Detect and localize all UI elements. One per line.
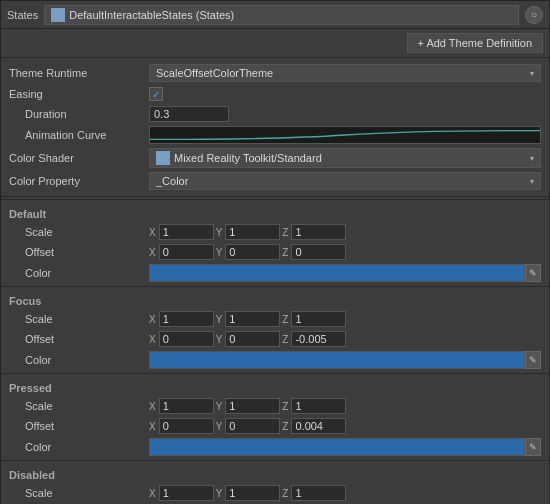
- color-shader-arrow: ▾: [530, 154, 534, 163]
- color-property-dropdown[interactable]: _Color ▾: [149, 172, 541, 190]
- color-swatch-2[interactable]: [149, 438, 525, 456]
- color-property-label: Color Property: [9, 175, 149, 187]
- color-shader-text: Mixed Reality Toolkit/Standard: [174, 152, 322, 164]
- theme-runtime-row: Theme Runtime ScaleOffsetColorTheme ▾: [1, 62, 549, 84]
- color-shader-inner: Mixed Reality Toolkit/Standard: [156, 151, 322, 165]
- offset-z-input-2[interactable]: [291, 418, 346, 434]
- header: States DefaultInteractableStates (States…: [1, 1, 549, 29]
- color-shader-row: Color Shader Mixed Reality Toolkit/Stand…: [1, 146, 549, 170]
- easing-checkbox[interactable]: [149, 87, 163, 101]
- theme-runtime-dropdown[interactable]: ScaleOffsetColorTheme ▾: [149, 64, 541, 82]
- header-circle-button[interactable]: ○: [525, 6, 543, 24]
- state-section-focus: Focus Scale X Y Z Offset X Y Z: [1, 289, 549, 371]
- easing-row: Easing: [1, 84, 549, 104]
- color-picker-btn-0[interactable]: ✎: [525, 264, 541, 282]
- add-theme-button[interactable]: + Add Theme Definition: [407, 33, 543, 53]
- state-section-default: Default Scale X Y Z Offset X Y Z: [1, 202, 549, 284]
- animation-curve-label: Animation Curve: [9, 129, 149, 141]
- properties-section: Theme Runtime ScaleOffsetColorTheme ▾ Ea…: [1, 58, 549, 197]
- theme-runtime-label: Theme Runtime: [9, 67, 149, 79]
- scale-z-input-2[interactable]: [291, 398, 346, 414]
- state-focus-offset-row: Offset X Y Z: [1, 329, 549, 349]
- offset-y-input-2[interactable]: [225, 418, 280, 434]
- color-label-0: Color: [9, 267, 149, 279]
- color-shader-dropdown[interactable]: Mixed Reality Toolkit/Standard ▾: [149, 148, 541, 168]
- offset-x-input-0[interactable]: [159, 244, 214, 260]
- easing-label: Easing: [9, 88, 149, 100]
- xyz-offset-0: X Y Z: [149, 244, 541, 260]
- theme-runtime-value[interactable]: ScaleOffsetColorTheme ▾: [149, 64, 541, 82]
- animation-curve-display[interactable]: [149, 126, 541, 144]
- scale-y-input-1[interactable]: [225, 311, 280, 327]
- state-pressed-scale-row: Scale X Y Z: [1, 396, 549, 416]
- file-icon: [51, 8, 65, 22]
- scale-x-label-3: X: [149, 488, 156, 499]
- offset-y-label-1: Y: [216, 334, 223, 345]
- color-picker-btn-1[interactable]: ✎: [525, 351, 541, 369]
- scale-z-input-3[interactable]: [291, 485, 346, 501]
- state-header-default: Default: [1, 202, 549, 222]
- scale-x-input-1[interactable]: [159, 311, 214, 327]
- theme-runtime-arrow: ▾: [530, 69, 534, 78]
- offset-z-input-0[interactable]: [291, 244, 346, 260]
- duration-input[interactable]: [149, 106, 229, 122]
- color-property-row: Color Property _Color ▾: [1, 170, 549, 192]
- color-swatch-0[interactable]: [149, 264, 525, 282]
- scale-label-1: Scale: [9, 313, 149, 325]
- xyz-scale-1: X Y Z: [149, 311, 541, 327]
- scale-y-label-3: Y: [216, 488, 223, 499]
- color-swatch-1[interactable]: [149, 351, 525, 369]
- offset-y-input-0[interactable]: [225, 244, 280, 260]
- scale-x-input-2[interactable]: [159, 398, 214, 414]
- offset-x-label-0: X: [149, 247, 156, 258]
- scale-y-label-2: Y: [216, 401, 223, 412]
- xyz-offset-1: X Y Z: [149, 331, 541, 347]
- color-property-arrow: ▾: [530, 177, 534, 186]
- scale-x-label-1: X: [149, 314, 156, 325]
- scale-y-input-2[interactable]: [225, 398, 280, 414]
- scale-x-label-2: X: [149, 401, 156, 412]
- scale-z-input-1[interactable]: [291, 311, 346, 327]
- scale-x-label-0: X: [149, 227, 156, 238]
- offset-label-2: Offset: [9, 420, 149, 432]
- scale-y-label-1: Y: [216, 314, 223, 325]
- color-picker-btn-2[interactable]: ✎: [525, 438, 541, 456]
- divider-1: [1, 199, 549, 200]
- offset-z-label-2: Z: [282, 421, 288, 432]
- state-header-disabled: Disabled: [1, 463, 549, 483]
- state-pressed-color-row: Color ✎: [1, 436, 549, 458]
- state-disabled-scale-row: Scale X Y Z: [1, 483, 549, 503]
- state-section-disabled: Disabled Scale X Y Z Offset X Y Z: [1, 463, 549, 504]
- scale-label-2: Scale: [9, 400, 149, 412]
- duration-value: [149, 106, 541, 122]
- file-name: DefaultInteractableStates (States): [69, 9, 234, 21]
- xyz-scale-3: X Y Z: [149, 485, 541, 501]
- state-default-offset-row: Offset X Y Z: [1, 242, 549, 262]
- offset-z-label-0: Z: [282, 247, 288, 258]
- duration-label: Duration: [9, 108, 149, 120]
- color-property-value[interactable]: _Color ▾: [149, 172, 541, 190]
- scale-x-input-3[interactable]: [159, 485, 214, 501]
- divider-state-1: [1, 373, 549, 374]
- scale-y-input-3[interactable]: [225, 485, 280, 501]
- state-header-pressed: Pressed: [1, 376, 549, 396]
- offset-y-label-0: Y: [216, 247, 223, 258]
- color-swatch-row-2: ✎: [149, 438, 541, 456]
- file-reference[interactable]: DefaultInteractableStates (States): [44, 5, 519, 25]
- scale-z-label-0: Z: [282, 227, 288, 238]
- scale-z-input-0[interactable]: [291, 224, 346, 240]
- scale-x-input-0[interactable]: [159, 224, 214, 240]
- animation-curve-row: Animation Curve: [1, 124, 549, 146]
- color-property-text: _Color: [156, 175, 188, 187]
- offset-x-input-1[interactable]: [159, 331, 214, 347]
- color-shader-value[interactable]: Mixed Reality Toolkit/Standard ▾: [149, 148, 541, 168]
- scale-y-input-0[interactable]: [225, 224, 280, 240]
- offset-y-input-1[interactable]: [225, 331, 280, 347]
- state-default-color-row: Color ✎: [1, 262, 549, 284]
- offset-label-1: Offset: [9, 333, 149, 345]
- scale-label-3: Scale: [9, 487, 149, 499]
- offset-z-input-1[interactable]: [291, 331, 346, 347]
- state-section-pressed: Pressed Scale X Y Z Offset X Y Z: [1, 376, 549, 458]
- offset-x-input-2[interactable]: [159, 418, 214, 434]
- theme-runtime-selected: ScaleOffsetColorTheme: [156, 67, 273, 79]
